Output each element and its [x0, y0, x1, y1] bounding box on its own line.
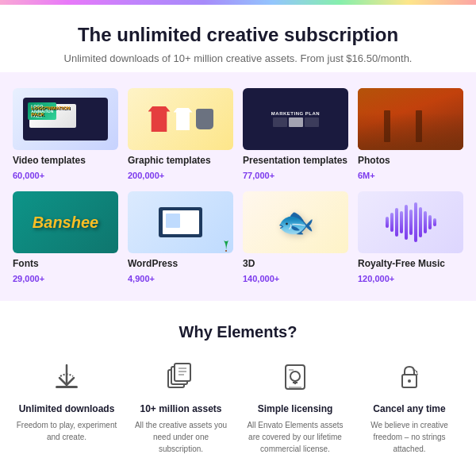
- wave-bar-1: [386, 217, 389, 228]
- thumb-presentation-templates: MARKETING PLAN: [243, 88, 348, 150]
- why-assets-desc: All the creative assets you need under o…: [130, 419, 232, 455]
- wave-bar-10: [428, 215, 432, 229]
- wave-bar-11: [433, 218, 436, 226]
- why-grid: Unlimited downloads Freedom to play, exp…: [16, 360, 460, 455]
- monitor-screen: [163, 210, 199, 234]
- thumb-music: [358, 191, 463, 253]
- shirt-white-icon: [174, 108, 193, 130]
- page-subtitle: Unlimited downloads of 10+ million creat…: [16, 52, 460, 64]
- wordpress-label: WordPress: [128, 258, 233, 269]
- bridge-tower-right: [416, 110, 422, 142]
- fonts-label: Fonts: [13, 258, 118, 269]
- why-section: Why Elements? Unlimited downloads Freedo…: [0, 301, 476, 462]
- 3d-count: 140,000+: [243, 274, 279, 283]
- graphic-templates-label: Graphic templates: [128, 155, 233, 166]
- presentation-templates-count: 77,000+: [243, 171, 274, 180]
- category-item-presentation-templates[interactable]: MARKETING PLAN Presentation templates 77…: [243, 88, 348, 182]
- category-item-3d[interactable]: 🐟 3D 140,000+: [243, 191, 348, 285]
- category-item-video-templates[interactable]: LOGOANIMATIONPACK Video templates 60,000…: [13, 88, 118, 182]
- goldfish-icon: 🐟: [277, 205, 314, 240]
- category-item-royalty-free-music[interactable]: Royalty-Free Music 120,000+: [358, 191, 463, 285]
- music-count: 120,000+: [358, 274, 394, 283]
- wave-bar-3: [395, 208, 398, 237]
- banshee-text: Banshee: [33, 214, 98, 232]
- wave-bar-6: [409, 210, 413, 235]
- photos-count: 6M+: [358, 171, 375, 180]
- pres-header-text: MARKETING PLAN: [271, 111, 320, 116]
- mug-icon: [196, 109, 213, 129]
- cancel-icon: [392, 360, 427, 395]
- license-icon: [278, 360, 313, 395]
- category-item-fonts[interactable]: Banshee Fonts 29,000+: [13, 191, 118, 285]
- graphic-templates-count: 200,000+: [128, 171, 164, 180]
- wave-bar-7: [414, 202, 417, 242]
- why-item-unlimited-downloads: Unlimited downloads Freedom to play, exp…: [16, 360, 117, 455]
- svg-rect-9: [286, 365, 305, 389]
- why-cancel-title: Cancel any time: [359, 403, 460, 414]
- plant-icon: [221, 236, 232, 252]
- fonts-count: 29,000+: [13, 274, 44, 283]
- thumb-video-templates: LOGOANIMATIONPACK: [13, 88, 118, 150]
- svg-rect-5: [175, 364, 190, 381]
- svg-point-16: [408, 379, 411, 383]
- pres-slides: [273, 117, 319, 127]
- assets-icon: [163, 360, 198, 395]
- why-licensing-desc: All Envato Elements assets are covered b…: [244, 419, 346, 455]
- wave-bar-9: [424, 211, 427, 233]
- logo-anim-badge: LOGOANIMATIONPACK: [28, 102, 56, 120]
- video-templates-label: Video templates: [13, 155, 118, 166]
- page-title: The unlimited creative subscription: [16, 24, 460, 46]
- shirt-red-icon: [148, 106, 171, 132]
- wave-bar-8: [419, 207, 422, 237]
- photos-label: Photos: [358, 155, 463, 166]
- pres-slide-3: [305, 117, 319, 127]
- why-cancel-desc: We believe in creative freedom – no stri…: [359, 419, 460, 455]
- thumb-fonts: Banshee: [13, 191, 118, 253]
- why-licensing-title: Simple licensing: [244, 403, 346, 414]
- why-item-million-assets: 10+ million assets All the creative asse…: [130, 360, 232, 455]
- why-unlimited-title: Unlimited downloads: [16, 403, 117, 414]
- bridge-silhouette: [358, 113, 463, 150]
- download-icon: [49, 360, 84, 395]
- thumb-3d: 🐟: [243, 191, 348, 253]
- why-title: Why Elements?: [16, 323, 460, 341]
- pres-slide-2: [289, 117, 303, 127]
- video-thumb-inner: LOGOANIMATIONPACK: [23, 98, 107, 141]
- svg-point-10: [290, 372, 300, 381]
- why-item-cancel-anytime: Cancel any time We believe in creative f…: [359, 360, 460, 455]
- wave-bar-5: [405, 205, 408, 240]
- music-label: Royalty-Free Music: [358, 258, 463, 269]
- monitor-shape: [159, 207, 202, 237]
- category-grid-section: LOGOANIMATIONPACK Video templates 60,000…: [0, 72, 476, 301]
- 3d-label: 3D: [243, 258, 348, 269]
- thumb-photos: [358, 88, 463, 150]
- svg-rect-1: [56, 386, 78, 388]
- pres-slide-1: [273, 117, 287, 127]
- why-assets-title: 10+ million assets: [130, 403, 232, 414]
- video-templates-count: 60,000+: [13, 171, 44, 180]
- graphic-content: [148, 106, 213, 132]
- thumb-wordpress: [128, 191, 233, 253]
- category-item-graphic-templates[interactable]: Graphic templates 200,000+: [128, 88, 233, 182]
- presentation-templates-label: Presentation templates: [243, 155, 348, 166]
- wordpress-count: 4,900+: [128, 274, 155, 283]
- wave-bar-2: [390, 213, 393, 232]
- waveform-icon: [386, 202, 436, 242]
- category-item-photos[interactable]: Photos 6M+: [358, 88, 463, 182]
- why-item-simple-licensing: Simple licensing All Envato Elements ass…: [244, 360, 346, 455]
- header: The unlimited creative subscription Unli…: [0, 5, 476, 72]
- thumb-graphic-templates: [128, 88, 233, 150]
- category-grid: LOGOANIMATIONPACK Video templates 60,000…: [13, 88, 463, 285]
- category-item-wordpress[interactable]: WordPress 4,900+: [128, 191, 233, 285]
- bridge-tower-left: [384, 110, 390, 142]
- wave-bar-4: [400, 211, 403, 233]
- why-unlimited-desc: Freedom to play, experiment and create.: [16, 419, 117, 443]
